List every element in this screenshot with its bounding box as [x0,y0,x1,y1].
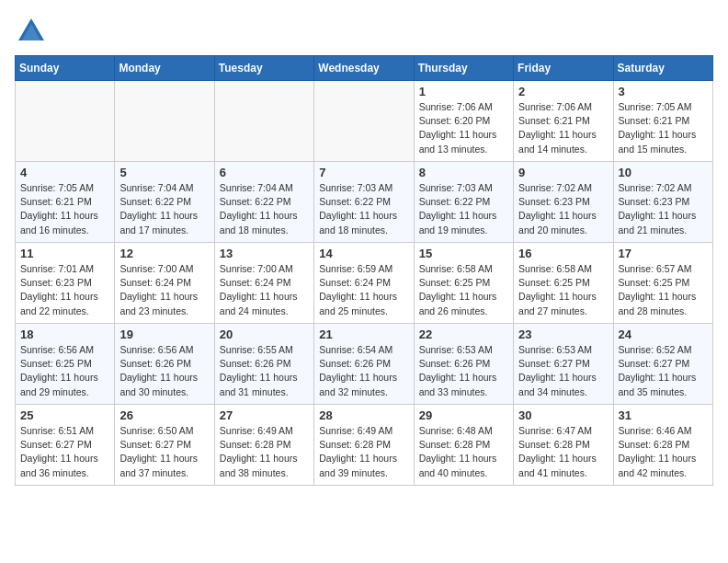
day-info: Sunrise: 7:00 AM Sunset: 6:24 PM Dayligh… [119,262,209,318]
calendar-cell: 24Sunrise: 6:52 AM Sunset: 6:27 PM Dayli… [613,324,712,405]
calendar-cell [314,81,414,162]
day-number: 22 [419,327,508,341]
calendar-cell: 27Sunrise: 6:49 AM Sunset: 6:28 PM Dayli… [214,405,313,486]
calendar-cell: 20Sunrise: 6:55 AM Sunset: 6:26 PM Dayli… [214,324,313,405]
day-info: Sunrise: 7:04 AM Sunset: 6:22 PM Dayligh… [220,181,309,237]
day-info: Sunrise: 7:02 AM Sunset: 6:23 PM Dayligh… [518,181,608,237]
calendar-cell: 30Sunrise: 6:47 AM Sunset: 6:28 PM Dayli… [514,405,613,486]
logo-icon [15,15,48,48]
day-number: 8 [419,166,508,179]
calendar-cell: 8Sunrise: 7:03 AM Sunset: 6:22 PM Daylig… [414,162,513,243]
day-number: 4 [20,166,109,179]
day-number: 13 [220,247,309,260]
day-of-week-header: Wednesday [314,56,414,81]
day-info: Sunrise: 6:56 AM Sunset: 6:25 PM Dayligh… [20,343,109,399]
day-number: 14 [319,247,408,260]
day-of-week-header: Saturday [613,56,712,81]
day-number: 25 [20,408,109,422]
day-info: Sunrise: 6:49 AM Sunset: 6:28 PM Dayligh… [220,424,309,480]
calendar-cell: 26Sunrise: 6:50 AM Sunset: 6:27 PM Dayli… [115,405,214,486]
calendar-cell: 15Sunrise: 6:58 AM Sunset: 6:25 PM Dayli… [414,243,513,324]
day-number: 30 [518,408,608,422]
day-info: Sunrise: 6:48 AM Sunset: 6:28 PM Dayligh… [419,424,508,480]
day-info: Sunrise: 7:06 AM Sunset: 6:20 PM Dayligh… [419,100,508,156]
calendar-week-row: 11Sunrise: 7:01 AM Sunset: 6:23 PM Dayli… [16,243,713,324]
calendar-cell [16,81,115,162]
day-info: Sunrise: 7:05 AM Sunset: 6:21 PM Dayligh… [20,181,109,237]
days-of-week-row: SundayMondayTuesdayWednesdayThursdayFrid… [16,56,713,81]
day-info: Sunrise: 6:53 AM Sunset: 6:26 PM Dayligh… [419,343,508,399]
day-number: 31 [619,408,708,422]
day-number: 29 [419,408,508,422]
day-number: 20 [220,327,309,341]
calendar-cell: 11Sunrise: 7:01 AM Sunset: 6:23 PM Dayli… [16,243,115,324]
calendar-table: SundayMondayTuesdayWednesdayThursdayFrid… [15,55,713,486]
day-info: Sunrise: 7:00 AM Sunset: 6:24 PM Dayligh… [220,262,309,318]
calendar-week-row: 1Sunrise: 7:06 AM Sunset: 6:20 PM Daylig… [16,81,713,162]
day-of-week-header: Tuesday [214,56,313,81]
day-number: 9 [518,166,608,179]
day-number: 2 [518,85,608,98]
calendar-cell: 12Sunrise: 7:00 AM Sunset: 6:24 PM Dayli… [115,243,214,324]
calendar-cell: 25Sunrise: 6:51 AM Sunset: 6:27 PM Dayli… [16,405,115,486]
calendar-cell: 2Sunrise: 7:06 AM Sunset: 6:21 PM Daylig… [514,81,613,162]
day-info: Sunrise: 7:01 AM Sunset: 6:23 PM Dayligh… [20,262,109,318]
day-of-week-header: Thursday [414,56,513,81]
calendar-header: SundayMondayTuesdayWednesdayThursdayFrid… [16,56,713,81]
calendar-cell: 17Sunrise: 6:57 AM Sunset: 6:25 PM Dayli… [613,243,712,324]
calendar-cell: 28Sunrise: 6:49 AM Sunset: 6:28 PM Dayli… [314,405,414,486]
calendar-cell: 14Sunrise: 6:59 AM Sunset: 6:24 PM Dayli… [314,243,414,324]
day-number: 5 [119,166,209,179]
logo [15,15,51,48]
day-of-week-header: Sunday [16,56,115,81]
calendar-cell: 29Sunrise: 6:48 AM Sunset: 6:28 PM Dayli… [414,405,513,486]
day-info: Sunrise: 6:58 AM Sunset: 6:25 PM Dayligh… [518,262,608,318]
calendar-cell: 23Sunrise: 6:53 AM Sunset: 6:27 PM Dayli… [514,324,613,405]
day-number: 12 [119,247,209,260]
calendar-cell: 1Sunrise: 7:06 AM Sunset: 6:20 PM Daylig… [414,81,513,162]
calendar-cell: 13Sunrise: 7:00 AM Sunset: 6:24 PM Dayli… [214,243,313,324]
calendar-cell: 6Sunrise: 7:04 AM Sunset: 6:22 PM Daylig… [214,162,313,243]
day-number: 1 [419,85,508,98]
day-of-week-header: Friday [514,56,613,81]
calendar-cell [115,81,214,162]
day-info: Sunrise: 6:56 AM Sunset: 6:26 PM Dayligh… [119,343,209,399]
day-number: 6 [220,166,309,179]
day-info: Sunrise: 6:51 AM Sunset: 6:27 PM Dayligh… [20,424,109,480]
day-number: 17 [619,247,708,260]
day-info: Sunrise: 7:03 AM Sunset: 6:22 PM Dayligh… [319,181,408,237]
calendar-cell: 9Sunrise: 7:02 AM Sunset: 6:23 PM Daylig… [514,162,613,243]
calendar-cell: 10Sunrise: 7:02 AM Sunset: 6:23 PM Dayli… [613,162,712,243]
calendar-week-row: 25Sunrise: 6:51 AM Sunset: 6:27 PM Dayli… [16,405,713,486]
calendar-week-row: 4Sunrise: 7:05 AM Sunset: 6:21 PM Daylig… [16,162,713,243]
calendar-cell: 19Sunrise: 6:56 AM Sunset: 6:26 PM Dayli… [115,324,214,405]
day-number: 19 [119,327,209,341]
day-number: 11 [20,247,109,260]
calendar-body: 1Sunrise: 7:06 AM Sunset: 6:20 PM Daylig… [16,81,713,486]
calendar-cell: 4Sunrise: 7:05 AM Sunset: 6:21 PM Daylig… [16,162,115,243]
calendar-cell: 22Sunrise: 6:53 AM Sunset: 6:26 PM Dayli… [414,324,513,405]
day-number: 3 [619,85,708,98]
day-info: Sunrise: 7:06 AM Sunset: 6:21 PM Dayligh… [518,100,608,156]
day-info: Sunrise: 7:02 AM Sunset: 6:23 PM Dayligh… [619,181,708,237]
day-number: 27 [220,408,309,422]
day-info: Sunrise: 6:47 AM Sunset: 6:28 PM Dayligh… [518,424,608,480]
day-number: 26 [119,408,209,422]
day-info: Sunrise: 6:49 AM Sunset: 6:28 PM Dayligh… [319,424,408,480]
day-number: 18 [20,327,109,341]
day-info: Sunrise: 6:46 AM Sunset: 6:28 PM Dayligh… [619,424,708,480]
calendar-cell: 31Sunrise: 6:46 AM Sunset: 6:28 PM Dayli… [613,405,712,486]
day-number: 15 [419,247,508,260]
day-number: 7 [319,166,408,179]
day-info: Sunrise: 6:50 AM Sunset: 6:27 PM Dayligh… [119,424,209,480]
calendar-cell [214,81,313,162]
day-info: Sunrise: 7:04 AM Sunset: 6:22 PM Dayligh… [119,181,209,237]
page-header [15,15,713,48]
calendar-cell: 21Sunrise: 6:54 AM Sunset: 6:26 PM Dayli… [314,324,414,405]
day-number: 21 [319,327,408,341]
day-info: Sunrise: 7:05 AM Sunset: 6:21 PM Dayligh… [619,100,708,156]
day-number: 16 [518,247,608,260]
day-info: Sunrise: 6:53 AM Sunset: 6:27 PM Dayligh… [518,343,608,399]
day-info: Sunrise: 6:55 AM Sunset: 6:26 PM Dayligh… [220,343,309,399]
day-number: 24 [619,327,708,341]
